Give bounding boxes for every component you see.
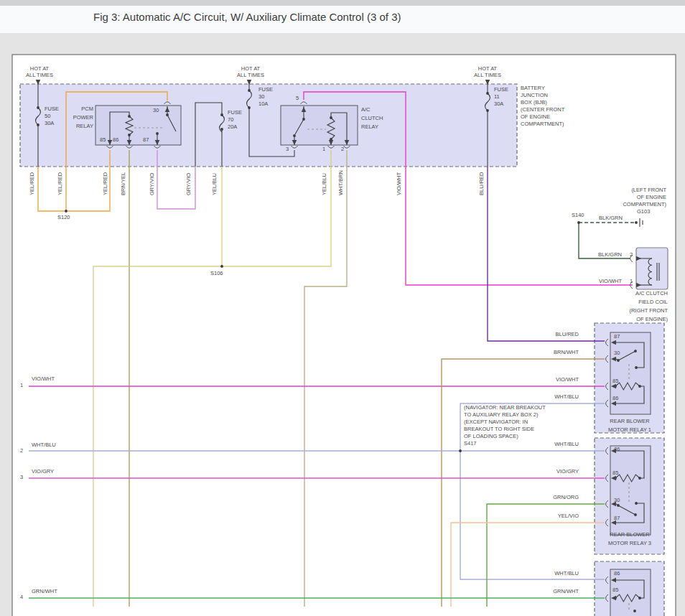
junction-dot [635, 502, 638, 505]
junction-dot [156, 132, 159, 135]
junction-dot [486, 92, 489, 95]
junction-dot [617, 359, 620, 362]
junction-dot [128, 115, 131, 118]
junction-dot [577, 221, 580, 224]
battery-junction-box [20, 84, 517, 167]
junction-dot [486, 109, 489, 112]
junction-dot [635, 221, 638, 224]
rear-blower-motor-relay-1-inner [610, 332, 651, 414]
junction-dot [248, 89, 251, 92]
junction-dot [293, 134, 296, 137]
junction-dot [37, 106, 39, 109]
screen: Fig 3: Automatic A/C Circuit, W/ Auxilia… [0, 0, 685, 616]
junction-dot [638, 477, 641, 480]
junction-dot [220, 113, 223, 116]
rear-blower-motor-relay-2-inner [610, 569, 651, 616]
junction-dot [459, 449, 462, 452]
junction-dot [634, 350, 637, 353]
junction-dot [635, 366, 638, 369]
junction-dot [330, 116, 332, 119]
ac-clutch-relay-box [281, 106, 358, 145]
junction-dot [166, 113, 169, 116]
junction-dot [220, 128, 223, 131]
junction-dot [617, 504, 620, 507]
rear-blower-motor-relay-3-inner [610, 446, 651, 535]
ac-clutch-field-coil-box [636, 248, 668, 289]
junction-dot [633, 610, 636, 612]
wiring-diagram-svg [0, 0, 685, 616]
junction-dot [128, 134, 131, 136]
junction-dot [638, 385, 641, 388]
junction-dot [37, 123, 39, 126]
junction-dot [302, 118, 305, 121]
junction-dot [65, 210, 67, 213]
junction-dot [638, 597, 641, 599]
junction-dot [248, 106, 251, 109]
junction-dot [634, 513, 637, 516]
junction-dot [220, 265, 223, 268]
